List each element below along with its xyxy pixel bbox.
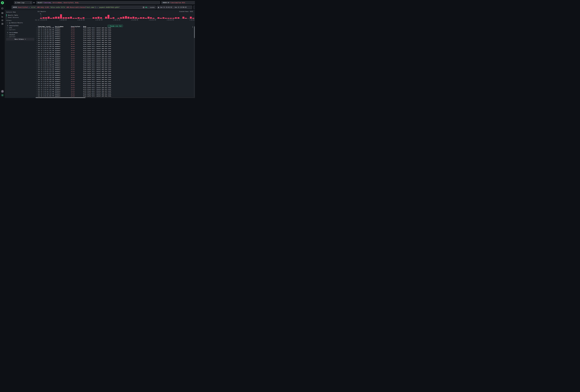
- table-row[interactable]: Jun 11 1:51:39.115 PM payment error Visa…: [36, 93, 194, 95]
- info-checkbox[interactable]: [7, 27, 8, 28]
- histogram-bar[interactable]: [118, 18, 119, 18]
- histogram-bar[interactable]: [128, 17, 129, 18]
- row-expand-chevron-icon[interactable]: [36, 38, 37, 39]
- help-button[interactable]: ?: [1, 90, 4, 93]
- histogram-bar[interactable]: [60, 14, 62, 18]
- severitytext-load-more[interactable]: Load more: [7, 29, 15, 30]
- column-resize-handle[interactable]: [70, 26, 70, 26]
- row-expand-chevron-icon[interactable]: [36, 52, 37, 53]
- histogram-bar[interactable]: [130, 17, 132, 18]
- histogram-bar[interactable]: [162, 17, 164, 18]
- table-row[interactable]: Jun 11 1:51:57.712 PM payment error Visa…: [36, 87, 194, 89]
- row-expand-chevron-icon[interactable]: [36, 79, 37, 80]
- histogram-bar[interactable]: [125, 16, 127, 18]
- histogram-bar[interactable]: [120, 17, 122, 18]
- histogram-bar[interactable]: [123, 17, 124, 18]
- sql-mode-toggle[interactable]: SQL: [145, 6, 147, 8]
- table-row[interactable]: Jun 11 1:55:07.827 PM payment error Visa…: [36, 48, 194, 50]
- table-row[interactable]: Jun 11 1:53:41.873 PM payment error Visa…: [36, 62, 194, 64]
- histogram-bar[interactable]: [78, 17, 79, 18]
- table-row[interactable]: Jun 11 1:51:47.229 PM payment error Visa…: [36, 89, 194, 91]
- search-logs-icon[interactable]: [1, 11, 4, 14]
- table-row[interactable]: Jun 11 1:53:10.922 PM payment error Visa…: [36, 68, 194, 70]
- vertical-scrollbar[interactable]: [194, 26, 195, 98]
- table-row[interactable]: Jun 11 1:54:06.953 PM payment error Visa…: [36, 60, 194, 62]
- table-row[interactable]: Jun 11 1:53:05.578 PM payment error Visa…: [36, 70, 194, 72]
- select-clause-input[interactable]: SELECT Timestamp, ServiceName, SeverityT…: [36, 1, 160, 4]
- histogram-bar[interactable]: [138, 18, 139, 18]
- table-row[interactable]: Jun 11 1:51:31.415 PM payment error Visa…: [36, 95, 194, 97]
- table-row[interactable]: Jun 11 1:53:26.250 PM payment error Visa…: [36, 64, 194, 66]
- source-settings-gear-icon[interactable]: ⚙: [33, 1, 35, 4]
- row-expand-chevron-icon[interactable]: [36, 34, 37, 34]
- row-expand-chevron-icon[interactable]: [36, 54, 37, 55]
- row-expand-chevron-icon[interactable]: [36, 58, 37, 59]
- more-filters-button[interactable]: More filters: [6, 38, 34, 41]
- row-expand-chevron-icon[interactable]: [36, 81, 37, 82]
- row-expand-chevron-icon[interactable]: [36, 83, 37, 84]
- table-row[interactable]: Jun 11 1:56:08.948 PM payment error Visa…: [36, 35, 194, 37]
- histogram-bar[interactable]: [165, 18, 167, 18]
- row-expand-chevron-icon[interactable]: [36, 69, 37, 70]
- table-row[interactable]: Jun 11 1:52:02.581 PM payment error Visa…: [36, 85, 194, 87]
- row-expand-chevron-icon[interactable]: [36, 63, 37, 63]
- chart-explorer-icon[interactable]: [1, 15, 4, 18]
- histogram-bar[interactable]: [53, 17, 54, 18]
- col-body[interactable]: Body: [83, 26, 86, 27]
- histogram-bar[interactable]: [192, 18, 194, 18]
- histogram-bar[interactable]: [55, 17, 57, 18]
- histogram-bar[interactable]: [133, 17, 134, 18]
- row-expand-chevron-icon[interactable]: [36, 36, 37, 36]
- histogram-bar[interactable]: [100, 17, 102, 18]
- source-select[interactable]: Demo Logs: [14, 1, 32, 4]
- row-expand-chevron-icon[interactable]: [36, 44, 37, 45]
- histogram-bar[interactable]: [43, 17, 44, 18]
- histogram-bar[interactable]: [83, 17, 84, 18]
- row-expand-chevron-icon[interactable]: [36, 94, 37, 94]
- mode-results-table[interactable]: Results Table: [6, 14, 34, 16]
- horizontal-scrollbar-thumb[interactable]: [36, 97, 86, 98]
- table-row[interactable]: Jun 11 1:52:35.232 PM payment error Visa…: [36, 76, 194, 79]
- histogram-bar[interactable]: [140, 17, 142, 18]
- where-clause-input[interactable]: WHERE SeverityText = 'error' AND Body IL…: [11, 5, 156, 9]
- row-expand-chevron-icon[interactable]: [36, 77, 37, 78]
- row-expand-chevron-icon[interactable]: [36, 42, 37, 43]
- row-expand-chevron-icon[interactable]: [36, 75, 37, 76]
- table-row[interactable]: Jun 11 1:53:00.676 PM payment error Visa…: [36, 72, 194, 74]
- table-row[interactable]: Jun 11 1:52:19.473 PM payment error Visa…: [36, 83, 194, 85]
- col-timestamp[interactable]: Timestamp (Local): [38, 26, 51, 27]
- table-row[interactable]: Jun 11 1:55:59.760 PM payment error Visa…: [36, 39, 194, 41]
- histogram-bar[interactable]: [105, 17, 107, 18]
- histogram-bar[interactable]: [143, 17, 145, 18]
- row-expand-chevron-icon[interactable]: [36, 48, 37, 49]
- histogram-bar[interactable]: [95, 17, 97, 18]
- histogram-bar[interactable]: [150, 17, 152, 18]
- histogram-bar[interactable]: [147, 17, 149, 18]
- table-row[interactable]: Jun 11 1:56:03.248 PM payment error Visa…: [36, 37, 194, 39]
- table-options-kebab-icon[interactable]: [192, 26, 193, 26]
- histogram-bar[interactable]: [182, 17, 184, 18]
- histogram-bar[interactable]: [190, 17, 192, 18]
- histogram-bar[interactable]: [65, 17, 67, 18]
- col-servicename[interactable]: ServiceName: [55, 26, 63, 27]
- histogram-bar[interactable]: [48, 17, 49, 18]
- row-expand-chevron-icon[interactable]: [36, 32, 37, 32]
- histogram-bar[interactable]: [113, 17, 114, 18]
- histogram-bar[interactable]: [170, 18, 172, 18]
- checkout-checkbox[interactable]: [7, 34, 8, 35]
- toggle-sidebar-icon[interactable]: [1, 7, 4, 10]
- histogram-bar[interactable]: [177, 17, 179, 18]
- histogram-bar[interactable]: [160, 18, 162, 18]
- search-icon[interactable]: [7, 32, 8, 33]
- vertical-scrollbar-thumb[interactable]: [194, 26, 195, 38]
- horizontal-scrollbar[interactable]: [36, 97, 195, 98]
- dashboards-icon[interactable]: [1, 22, 4, 25]
- table-row[interactable]: Jun 11 1:51:43.121 PM payment error Visa…: [36, 91, 194, 93]
- histogram-bar[interactable]: [93, 17, 94, 18]
- histogram-bar[interactable]: [63, 17, 64, 18]
- histogram-bar[interactable]: [50, 18, 52, 18]
- row-expand-chevron-icon[interactable]: [36, 92, 37, 92]
- table-row[interactable]: Jun 11 1:54:09.906 PM payment error Visa…: [36, 58, 194, 60]
- time-range-picker[interactable]: Jun 11 13:41:52 - Jun 11 13:56:52: [156, 5, 192, 9]
- table-row[interactable]: Jun 11 1:55:51.448 PM payment error Visa…: [36, 41, 194, 43]
